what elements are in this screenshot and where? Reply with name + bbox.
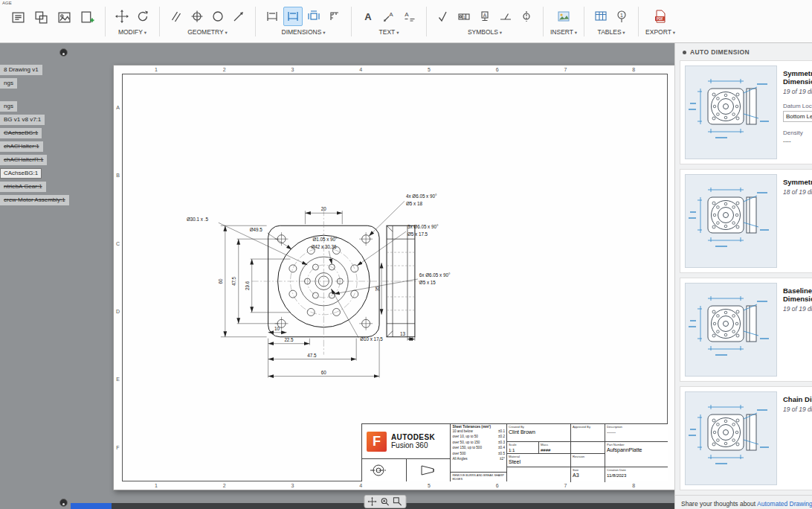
ordinate-dimension-button[interactable]	[325, 7, 344, 26]
dimension-label[interactable]: 47.5	[307, 353, 317, 358]
dimension-label[interactable]: Ø1.05 x 90°	[312, 237, 338, 242]
export-pdf-button[interactable]: PDF	[651, 7, 670, 26]
geometry-menu[interactable]: GEOMETRY	[187, 28, 228, 36]
card-count: 19 of 19 dimensions	[783, 406, 812, 413]
projected-view-button[interactable]	[54, 7, 75, 28]
browser-item-motor-hidden[interactable]: crew Motor Assembly:1	[0, 195, 69, 205]
dimension-preview-thumbnail[interactable]	[685, 65, 777, 159]
collapse-browser-button[interactable]	[59, 48, 68, 57]
dimensions-menu[interactable]: DIMENSIONS	[282, 28, 326, 36]
zoom-button[interactable]	[379, 497, 390, 507]
dimension-label[interactable]: 10	[274, 326, 280, 331]
parallel-lines-button[interactable]	[167, 7, 186, 26]
bend-note-button[interactable]	[517, 7, 536, 26]
dimension-label[interactable]: 60	[218, 278, 223, 284]
auto-dimension-card-chain[interactable]: Chain Dimension 19 of 19 dimensions	[680, 386, 812, 490]
drawing-sheet: 12345678 12345678 ABCDEF	[113, 65, 677, 490]
auto-dimension-card-baseline[interactable]: Baseline Dimension 19 of 19 dimensions	[680, 278, 812, 382]
datum-identifier-button[interactable]: A	[475, 7, 494, 26]
new-sheet-button[interactable]	[77, 7, 98, 28]
dimension-label[interactable]: 60	[321, 370, 326, 375]
browser-item-achalter-hidden[interactable]: chACHalter:1	[0, 141, 43, 152]
note-button[interactable]: A	[400, 7, 419, 26]
dimension-label[interactable]: Ø49.5	[250, 227, 263, 232]
center-mark-button[interactable]	[187, 7, 207, 26]
base-view-button[interactable]	[30, 7, 52, 28]
text-menu[interactable]: TEXT	[379, 28, 399, 36]
modify-menu[interactable]: MODIFY	[118, 28, 146, 36]
svg-text:1: 1	[620, 13, 623, 18]
dimension-button[interactable]	[262, 7, 282, 26]
edge-extension-button[interactable]	[229, 7, 248, 26]
dimension-label[interactable]: 22.5	[284, 337, 294, 342]
tolerance-table: Sheet Tolerances (mm²) 10 and below±0.1 …	[451, 424, 507, 481]
browser-item-cachsebg-hidden[interactable]: CAchseBG:1	[0, 128, 42, 138]
dimension-label[interactable]: 29.6	[245, 281, 250, 290]
tolerance-value: ±2°	[500, 456, 505, 461]
dimension-label[interactable]: 4x Ø6.05 x 90°	[406, 193, 437, 199]
circle-button[interactable]	[208, 7, 228, 26]
datum-location-select[interactable]: Bottom Left ▾	[783, 111, 812, 122]
dimension-label[interactable]: Ø5 x 18	[406, 201, 422, 206]
drawing-viewport[interactable]: 12345678 12345678 ABCDEF	[71, 42, 675, 509]
browser-item-settings-2[interactable]: ngs	[0, 101, 17, 112]
browser-item-drawing[interactable]: 8 Drawing v1	[0, 65, 42, 75]
dimension-label[interactable]: 20	[321, 206, 326, 211]
pan-button[interactable]	[367, 497, 378, 507]
weld-symbol-icon	[499, 10, 512, 23]
dimension-label[interactable]: 47.5	[231, 276, 236, 286]
toolbar: AGE	[0, 0, 812, 43]
dimension-label[interactable]: Ø5 x 17.5	[407, 231, 428, 237]
insert-menu[interactable]: INSERT	[550, 28, 577, 36]
dimension-preview-thumbnail[interactable]	[685, 174, 777, 268]
size-value: A3	[573, 473, 603, 478]
dimension-label[interactable]: Ø30.1 x .5	[187, 217, 208, 222]
browser-item-settings[interactable]: ngs	[0, 78, 17, 89]
feature-control-frame-button[interactable]: 1	[454, 7, 474, 26]
weld-symbol-button[interactable]	[496, 7, 515, 26]
linear-dimension-icon	[286, 10, 300, 23]
dimension-label[interactable]: Ø10 x 17.5	[360, 336, 383, 342]
linear-dimension-button[interactable]	[283, 7, 303, 26]
dimension-label[interactable]: 6x Ø6.05 x 90°	[419, 272, 451, 278]
creation-date-cell: Creation Date 11/8/2023	[605, 467, 668, 482]
feedback-link[interactable]: Automated Drawings	[757, 500, 812, 508]
table-button[interactable]	[591, 7, 610, 26]
tolerance-range: over 10, up to 50	[452, 434, 477, 439]
text-button[interactable]: A	[358, 7, 378, 26]
dimension-label[interactable]: Ø42 x 30.36	[311, 244, 337, 249]
pan-icon	[368, 497, 377, 506]
dimension-label[interactable]: 3x Ø6.05 x 90°	[407, 224, 439, 229]
sheet-settings-button[interactable]	[7, 7, 29, 28]
surface-finish-button[interactable]	[434, 7, 453, 26]
tolerance-value: ±0.1	[498, 429, 505, 434]
export-menu[interactable]: EXPORT	[645, 28, 675, 36]
autodesk-logo: F AUTODESK Fusion 360	[362, 424, 450, 459]
tables-menu[interactable]: TABLES	[598, 28, 625, 36]
auto-dimension-card-symmetric-2[interactable]: Symmetric 18 of 19 dimensions	[680, 169, 812, 273]
base-view-icon	[34, 10, 48, 25]
field-label: Created By	[509, 425, 569, 429]
browser-item-cachsebg-selected[interactable]: CAchseBG:1	[0, 168, 42, 179]
datum-location-label: Datum Location	[783, 103, 812, 109]
mass-cell: Mass ####	[539, 442, 571, 454]
move-button[interactable]	[112, 7, 132, 26]
rotate-button[interactable]	[133, 7, 152, 26]
symbols-menu[interactable]: SYMBOLS	[468, 28, 502, 36]
zoom-window-button[interactable]	[392, 497, 403, 507]
auto-dimension-button[interactable]	[304, 7, 323, 26]
insert-image-button[interactable]	[554, 7, 573, 26]
leader-text-button[interactable]: A	[379, 7, 399, 26]
balloon-button[interactable]: 1	[612, 7, 631, 26]
datum-identifier-icon: A	[478, 10, 492, 23]
collapse-panel-bottom-button[interactable]	[59, 499, 68, 507]
dimension-preview-thumbnail[interactable]	[685, 283, 777, 377]
auto-dimension-card-symmetric[interactable]: Symmetric Dimension 19 of 19 dimensions …	[680, 60, 812, 164]
dimension-label[interactable]: 13	[400, 331, 405, 336]
auto-dimension-panel: AUTO DIMENSION Symmetric Dimension 19 of…	[674, 42, 812, 509]
browser-item-gear-hidden[interactable]: ntriebA Gear:1	[0, 182, 46, 192]
dimension-preview-thumbnail[interactable]	[685, 391, 777, 485]
dimension-label[interactable]: Ø5 x 15	[419, 280, 436, 285]
browser-item-assembly[interactable]: BG v1 v8 v7:1	[0, 115, 45, 125]
browser-item-achalterr-hidden[interactable]: chACHalterR:1	[0, 155, 47, 165]
